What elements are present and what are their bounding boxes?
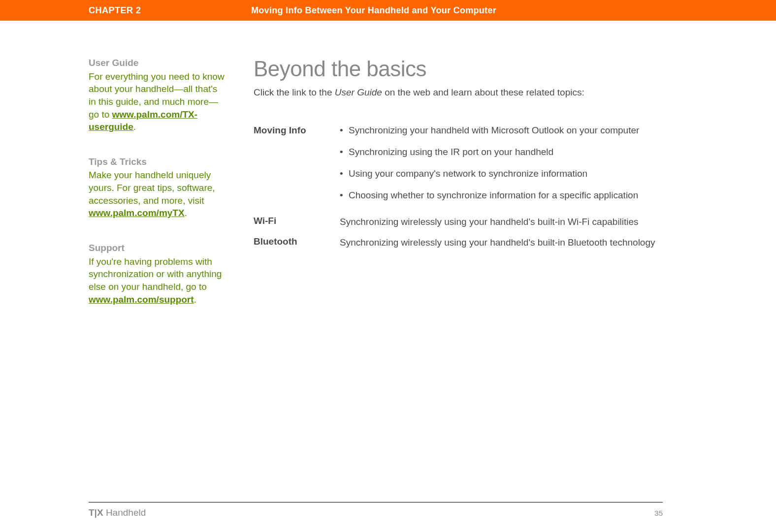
- list-item: •Choosing whether to synchronize informa…: [340, 190, 663, 201]
- subhead-before: Click the link to the: [254, 87, 335, 97]
- sidebar-text: Make your handheld uniquely yours. For g…: [89, 169, 226, 219]
- sidebar: User Guide For everything you need to kn…: [89, 57, 226, 328]
- topic-content: Synchronizing wirelessly using your hand…: [340, 236, 663, 253]
- bullet-text: Synchronizing your handheld with Microso…: [349, 125, 639, 136]
- bullet-text: Synchronizing using the IR port on your …: [349, 147, 553, 157]
- topic-row-bluetooth: Bluetooth Synchronizing wirelessly using…: [254, 236, 663, 253]
- sidebar-block-support: Support If you're having problems with s…: [89, 242, 226, 306]
- subhead-italic: User Guide: [335, 87, 382, 97]
- topic-content: •Synchronizing your handheld with Micros…: [340, 125, 663, 212]
- bullet-icon: •: [340, 190, 349, 201]
- topic-text: Synchronizing wirelessly using your hand…: [340, 236, 663, 249]
- list-item: •Synchronizing using the IR port on your…: [340, 147, 663, 157]
- page-title: Beyond the basics: [254, 57, 663, 81]
- bullet-text: Choosing whether to synchronize informat…: [349, 190, 638, 201]
- topics-table: Moving Info •Synchronizing your handheld…: [254, 125, 663, 252]
- list-item: •Using your company's network to synchro…: [340, 168, 663, 179]
- page-header: CHAPTER 2 Moving Info Between Your Handh…: [0, 0, 776, 21]
- sidebar-heading: Support: [89, 242, 226, 254]
- page-subhead: Click the link to the User Guide on the …: [254, 87, 663, 98]
- sidebar-text-after: .: [194, 294, 196, 305]
- sidebar-text: If you're having problems with synchroni…: [89, 255, 226, 306]
- bullet-icon: •: [340, 125, 349, 136]
- sidebar-heading: Tips & Tricks: [89, 156, 226, 168]
- main-content: Beyond the basics Click the link to the …: [226, 57, 663, 328]
- chapter-label: CHAPTER 2: [89, 5, 251, 16]
- bullet-text: Using your company's network to synchron…: [349, 168, 587, 179]
- sidebar-text-after: .: [185, 208, 187, 218]
- product-name: T|X Handheld: [89, 507, 146, 518]
- footer-row: T|X Handheld 35: [89, 507, 663, 518]
- sidebar-text-before: If you're having problems with synchroni…: [89, 256, 222, 292]
- topic-label[interactable]: Moving Info: [254, 125, 340, 136]
- topic-row-moving-info: Moving Info •Synchronizing your handheld…: [254, 125, 663, 212]
- sidebar-block-user-guide: User Guide For everything you need to kn…: [89, 57, 226, 133]
- topic-row-wifi: Wi-Fi Synchronizing wirelessly using you…: [254, 216, 663, 232]
- topic-label[interactable]: Wi-Fi: [254, 216, 340, 226]
- sidebar-link-support[interactable]: www.palm.com/support: [89, 294, 194, 305]
- page-body: User Guide For everything you need to kn…: [89, 57, 663, 328]
- topic-label[interactable]: Bluetooth: [254, 236, 340, 247]
- page-footer: T|X Handheld 35: [89, 502, 663, 518]
- chapter-title: Moving Info Between Your Handheld and Yo…: [251, 5, 496, 16]
- product-bold: T|X: [89, 507, 103, 518]
- subhead-after: on the web and learn about these related…: [382, 87, 584, 97]
- product-rest: Handheld: [103, 507, 146, 518]
- footer-divider: [89, 502, 663, 502]
- list-item: •Synchronizing your handheld with Micros…: [340, 125, 663, 136]
- sidebar-text-before: Make your handheld uniquely yours. For g…: [89, 170, 215, 205]
- sidebar-link-mytx[interactable]: www.palm.com/myTX: [89, 208, 185, 218]
- topic-text: Synchronizing wirelessly using your hand…: [340, 216, 663, 228]
- sidebar-text-after: .: [133, 122, 136, 132]
- bullet-icon: •: [340, 147, 349, 157]
- sidebar-block-tips: Tips & Tricks Make your handheld uniquel…: [89, 156, 226, 219]
- sidebar-heading: User Guide: [89, 57, 226, 69]
- bullet-icon: •: [340, 168, 349, 179]
- sidebar-text: For everything you need to know about yo…: [89, 70, 226, 133]
- page-number: 35: [654, 509, 663, 517]
- topic-content: Synchronizing wirelessly using your hand…: [340, 216, 663, 232]
